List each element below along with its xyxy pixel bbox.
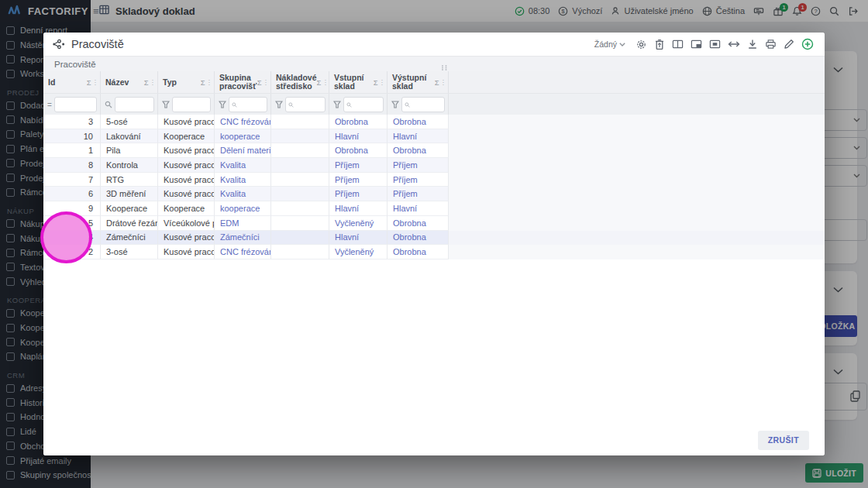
cell-id: 6 <box>43 187 101 201</box>
cell-skupina-link[interactable]: CNC frézování <box>215 245 271 259</box>
filter-vstupni-input[interactable] <box>353 100 381 109</box>
settings-icon[interactable] <box>636 39 647 50</box>
edit-icon[interactable] <box>784 39 794 50</box>
column-menu-icon[interactable]: ⋮ <box>263 78 270 86</box>
group-by-dropdown[interactable]: Žádný <box>594 40 625 49</box>
aggregate-icon[interactable]: Σ <box>374 78 378 87</box>
column-menu-icon[interactable]: ⋮ <box>150 78 157 86</box>
cell-skupina-link[interactable]: Dělení materiálu <box>215 143 271 158</box>
table-row[interactable]: 8KontrolaKusové pracovi...KvalitaPříjemP… <box>43 158 825 173</box>
workcenter-icon <box>52 39 65 50</box>
header-filler <box>449 71 825 93</box>
aggregate-icon[interactable]: Σ <box>257 78 262 87</box>
cell-vstupni-link[interactable]: Vyčleněný <box>329 216 388 231</box>
column-menu-icon[interactable]: ⋮ <box>440 78 447 86</box>
filter-nazev-input[interactable] <box>118 100 151 109</box>
cell-vstupni-link[interactable]: Hlavní <box>329 129 388 144</box>
cell-vystupni-link[interactable]: Obrobna <box>388 216 449 231</box>
column-header-stredisko[interactable]: Nákladové střediskoΣ⋮ <box>271 71 329 93</box>
aggregate-icon[interactable]: Σ <box>144 78 149 87</box>
filter-skupina-input[interactable] <box>239 100 264 109</box>
table-row[interactable]: 35-oséKusové pracovi...CNC frézováníObro… <box>43 115 825 129</box>
cell-skupina-link[interactable]: EDM <box>215 216 271 231</box>
filter-id-input[interactable] <box>57 100 94 109</box>
cell-skupina-link[interactable]: kooperace <box>215 129 271 144</box>
table-row-selected[interactable]: 4ZámečníciKusové pracovi...ZámečníciHlav… <box>43 231 825 246</box>
cell-vstupni-link[interactable]: Příjem <box>329 187 388 201</box>
cell-skupina-link[interactable]: Kvalita <box>215 173 271 187</box>
aggregate-icon[interactable]: Σ <box>201 78 205 87</box>
table-row[interactable]: 1PilaKusové pracovi...Dělení materiáluOb… <box>43 143 825 158</box>
table-row[interactable]: 10LakováníKooperacekooperaceHlavníHlavní <box>43 129 825 144</box>
aggregate-icon[interactable]: Σ <box>435 78 439 87</box>
split-view-icon[interactable] <box>672 39 684 50</box>
cell-vstupni-link[interactable]: Hlavní <box>329 231 388 246</box>
column-header-typ[interactable]: TypΣ⋮ <box>158 71 215 93</box>
cell-vstupni-link[interactable]: Příjem <box>329 158 388 173</box>
cell-filler <box>449 173 825 187</box>
cell-vystupni-link[interactable]: Obrobna <box>388 231 449 246</box>
cell-vstupni-link[interactable]: Hlavní <box>329 201 388 216</box>
cell-vstupni-link[interactable]: Příjem <box>329 173 388 187</box>
column-menu-icon[interactable]: ⋮ <box>379 78 386 86</box>
cell-skupina-link[interactable]: Kvalita <box>215 187 271 201</box>
column-header-vstupni[interactable]: Vstupní skladΣ⋮ <box>329 71 388 93</box>
column-menu-icon[interactable]: ⋮ <box>92 78 99 86</box>
filter-vystupni-input[interactable] <box>412 100 442 109</box>
print-icon[interactable] <box>765 39 777 50</box>
aggregate-icon[interactable]: Σ <box>87 78 91 87</box>
cell-vystupni-link[interactable]: Hlavní <box>388 201 449 216</box>
cell-skupina-link[interactable]: CNC frézování <box>215 115 271 129</box>
cell-vystupni-link[interactable]: Příjem <box>388 187 449 201</box>
filter-icon[interactable] <box>275 101 283 108</box>
cell-skupina-link[interactable]: Zámečníci <box>215 231 271 246</box>
cell-filler <box>449 158 825 173</box>
cell-vystupni-link[interactable]: Obrobna <box>388 115 449 129</box>
swap-horizontal-icon[interactable] <box>728 40 740 49</box>
column-menu-icon[interactable]: ⋮ <box>206 78 213 86</box>
column-header-skupina[interactable]: Skupina pracovišťΣ⋮ <box>215 71 271 93</box>
cell-vystupni-link[interactable]: Příjem <box>388 158 449 173</box>
cell-skupina-link[interactable]: Kvalita <box>215 158 271 173</box>
cell-typ: Kusové pracovi... <box>158 245 215 259</box>
aggregate-icon[interactable]: Σ <box>317 78 322 87</box>
filter-icon[interactable] <box>333 101 341 108</box>
cell-nazev: 3D měření <box>101 187 158 201</box>
column-header-nazev[interactable]: NázevΣ⋮ <box>101 71 158 93</box>
cell-skupina-link[interactable]: kooperace <box>215 201 271 216</box>
equals-icon[interactable]: = <box>47 101 52 109</box>
table-row[interactable]: 5Drátové řezáníVíceúkolové pra...EDMVyčl… <box>43 216 825 231</box>
cell-vystupni-link[interactable]: Obrobna <box>388 245 449 259</box>
table-row[interactable]: 9KooperaceKooperacekooperaceHlavníHlavní <box>43 201 825 216</box>
download-icon[interactable] <box>747 39 758 50</box>
cell-id: 1 <box>43 143 101 158</box>
filter-stredisko-input[interactable] <box>295 100 322 109</box>
filter-icon[interactable] <box>391 101 399 108</box>
table-row[interactable]: 23-oséKusové pracovi...CNC frézováníVyčl… <box>43 245 825 259</box>
filter-icon[interactable] <box>162 101 170 108</box>
cell-id: 2 <box>43 245 101 259</box>
add-icon[interactable] <box>801 38 814 50</box>
cell-vstupni-link[interactable]: Vyčleněný <box>329 245 388 259</box>
contrast-icon[interactable] <box>691 39 702 50</box>
cell-vystupni-link[interactable]: Obrobna <box>388 143 449 158</box>
cell-vstupni-link[interactable]: Obrobna <box>329 143 388 158</box>
cell-vystupni-link[interactable]: Hlavní <box>388 129 449 144</box>
filter-icon[interactable] <box>219 101 226 108</box>
cell-vystupni-link[interactable]: Příjem <box>388 173 449 187</box>
column-menu-icon[interactable]: ⋮ <box>322 78 329 86</box>
table-header: IdΣ⋮ NázevΣ⋮ TypΣ⋮ Skupina pracovišťΣ⋮ N… <box>43 71 825 93</box>
tab-pracoviste[interactable]: Pracoviště <box>54 60 96 69</box>
filter-typ-input[interactable] <box>175 100 208 109</box>
table-row[interactable]: 63D měřeníKusové pracovi...KvalitaPříjem… <box>43 187 825 201</box>
column-header-vystupni[interactable]: Výstupní skladΣ⋮ <box>388 71 449 93</box>
search-icon[interactable] <box>105 101 112 108</box>
fit-view-icon[interactable] <box>709 39 721 50</box>
cancel-button[interactable]: ZRUŠIT <box>758 431 809 450</box>
cell-vstupni-link[interactable]: Obrobna <box>329 115 388 129</box>
modal-footer: ZRUŠIT <box>43 424 825 455</box>
table-row[interactable]: 7RTGKusové pracovi...KvalitaPříjemPříjem <box>43 173 825 187</box>
delete-icon[interactable] <box>654 39 665 50</box>
column-header-id[interactable]: IdΣ⋮ <box>43 71 101 93</box>
filter-filler <box>449 94 825 115</box>
